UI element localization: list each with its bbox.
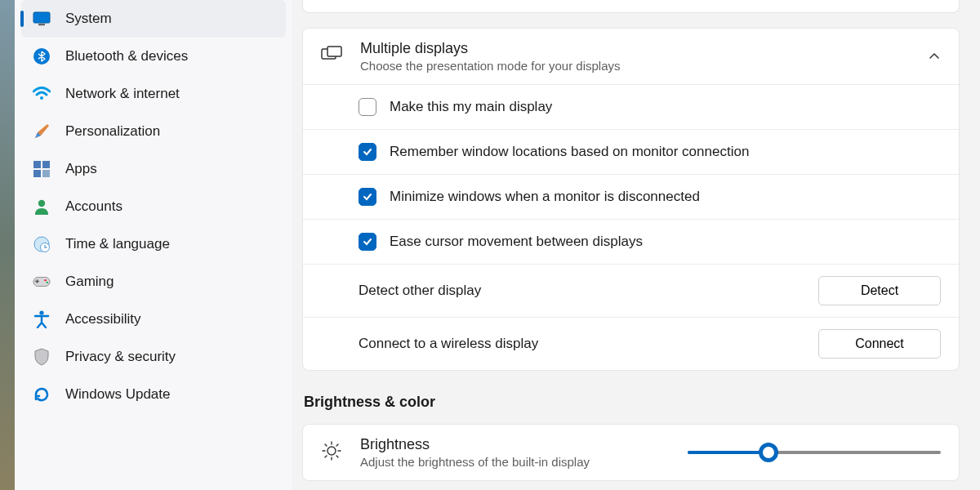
brightness-icon [321, 440, 342, 465]
sidebar-item-label: Privacy & security [65, 349, 176, 365]
brightness-color-heading: Brightness & color [304, 394, 960, 411]
svg-point-4 [40, 96, 43, 100]
svg-point-14 [47, 282, 48, 283]
multiple-displays-header[interactable]: Multiple displays Choose the presentatio… [303, 29, 959, 84]
bluetooth-icon [33, 47, 51, 65]
brightness-subtitle: Adjust the brightness of the built-in di… [360, 455, 670, 469]
wifi-icon [33, 85, 51, 103]
option-minimize-disconnected[interactable]: Minimize windows when a monitor is disco… [303, 174, 959, 219]
sidebar-item-label: Gaming [65, 274, 114, 290]
detect-label: Detect other display [359, 283, 818, 299]
brightness-slider[interactable] [688, 451, 941, 454]
settings-content: Multiple displays Choose the presentatio… [292, 0, 980, 490]
svg-rect-2 [38, 24, 45, 25]
option-label: Ease cursor movement between displays [390, 234, 941, 250]
sidebar-item-apps[interactable]: Apps [21, 150, 286, 188]
option-remember-locations[interactable]: Remember window locations based on monit… [303, 129, 959, 174]
checkbox-checked[interactable] [359, 233, 376, 251]
detect-button[interactable]: Detect [818, 276, 941, 305]
sidebar-item-label: Windows Update [65, 386, 171, 403]
sidebar-item-label: Personalization [65, 123, 160, 140]
chevron-up-icon [928, 50, 941, 63]
sidebar-item-personalization[interactable]: Personalization [21, 113, 286, 150]
displays-icon [321, 46, 342, 67]
brightness-title: Brightness [360, 436, 670, 453]
shield-icon [33, 348, 51, 366]
multiple-displays-subtitle: Choose the presentation mode for your di… [360, 59, 910, 73]
update-icon [33, 385, 51, 403]
sidebar-item-system[interactable]: System [21, 0, 286, 38]
checkbox-unchecked[interactable] [359, 98, 376, 116]
sidebar-item-label: Accounts [65, 198, 122, 215]
checkbox-checked[interactable] [359, 188, 376, 206]
accessibility-icon [33, 310, 51, 328]
desktop-wallpaper-strip [0, 0, 15, 490]
svg-rect-0 [33, 12, 50, 23]
svg-rect-6 [42, 161, 50, 168]
connect-button[interactable]: Connect [818, 329, 941, 359]
detect-display-row: Detect other display Detect [303, 264, 959, 317]
sidebar-item-windows-update[interactable]: Windows Update [21, 376, 286, 413]
option-ease-cursor[interactable]: Ease cursor movement between displays [303, 219, 959, 264]
sidebar-item-bluetooth[interactable]: Bluetooth & devices [21, 38, 286, 75]
option-label: Minimize windows when a monitor is disco… [390, 189, 941, 205]
collapsed-panel-edge [302, 0, 960, 13]
apps-icon [33, 160, 51, 178]
svg-rect-7 [33, 170, 41, 177]
sidebar-item-gaming[interactable]: Gaming [21, 263, 286, 301]
option-main-display[interactable]: Make this my main display [303, 84, 959, 129]
multiple-displays-card: Multiple displays Choose the presentatio… [302, 28, 960, 371]
brightness-card: Brightness Adjust the brightness of the … [302, 424, 960, 481]
sidebar-item-label: System [65, 11, 112, 27]
sidebar-item-network[interactable]: Network & internet [21, 75, 286, 113]
connect-label: Connect to a wireless display [359, 336, 818, 352]
person-icon [33, 198, 51, 216]
svg-rect-17 [327, 47, 341, 56]
sidebar-item-privacy[interactable]: Privacy & security [21, 338, 286, 376]
sidebar-item-label: Accessibility [65, 311, 141, 327]
checkbox-checked[interactable] [359, 143, 376, 161]
sidebar-item-accounts[interactable]: Accounts [21, 188, 286, 225]
connect-wireless-row: Connect to a wireless display Connect [303, 317, 959, 370]
option-label: Make this my main display [390, 99, 941, 115]
sidebar-item-label: Time & language [65, 236, 170, 252]
svg-point-15 [39, 310, 43, 314]
option-label: Remember window locations based on monit… [390, 144, 941, 160]
sidebar-item-accessibility[interactable]: Accessibility [21, 301, 286, 338]
svg-point-13 [44, 279, 46, 281]
paintbrush-icon [33, 122, 51, 140]
sidebar-item-label: Bluetooth & devices [65, 48, 188, 65]
svg-rect-8 [42, 170, 50, 177]
monitor-icon [33, 10, 51, 28]
sidebar-item-label: Network & internet [65, 86, 180, 102]
multiple-displays-title: Multiple displays [360, 40, 910, 57]
sidebar-item-time-language[interactable]: Time & language [21, 225, 286, 263]
sidebar-item-label: Apps [65, 161, 97, 177]
svg-point-9 [38, 200, 45, 207]
svg-point-18 [327, 447, 336, 455]
settings-sidebar: System Bluetooth & devices Network & int… [15, 0, 292, 490]
svg-rect-5 [33, 161, 41, 168]
clock-globe-icon [33, 235, 51, 253]
gamepad-icon [33, 273, 51, 291]
